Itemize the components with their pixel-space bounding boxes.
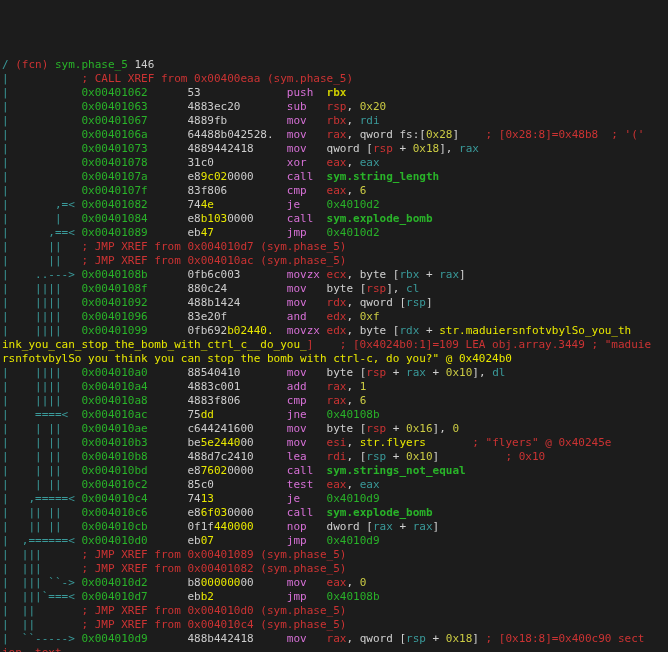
disassembly-view: { "chart_data": null, "lines": [ {"g":"/… — [0, 0, 668, 652]
asm-row[interactable]: | 0x00401073 4889442418 mov qword [rsp +… — [2, 142, 666, 156]
asm-row[interactable]: | ,==< 0x00401089 eb47 jmp 0x4010d2 — [2, 226, 666, 240]
asm-row[interactable]: | 0x00401067 4889fb mov rbx, rdi — [2, 114, 666, 128]
asm-row[interactable]: | |||| 0x0040108f 880c24 mov byte [rsp],… — [2, 282, 666, 296]
asm-row[interactable]: | | || 0x004010b8 488d7c2410 lea rdi, [r… — [2, 450, 666, 464]
asm-row[interactable]: | || || 0x004010c6 e86f030000 call sym.e… — [2, 506, 666, 520]
asm-row[interactable]: | ||| ``-> 0x004010d2 b800000000 mov eax… — [2, 576, 666, 590]
asm-row[interactable]: | || || 0x004010cb 0f1f440000 nop dword … — [2, 520, 666, 534]
asm-row[interactable]: | 0x0040106a 64488b042528. mov rax, qwor… — [2, 128, 666, 142]
asm-row[interactable]: | |||| 0x004010a4 4883c001 add rax, 1 — [2, 380, 666, 394]
asm-row[interactable]: | ``-----> 0x004010d9 488b442418 mov rax… — [2, 632, 666, 646]
asm-row[interactable]: | 0x00401078 31c0 xor eax, eax — [2, 156, 666, 170]
asm-row[interactable]: | |||| 0x00401099 0fb692b02440. movzx ed… — [2, 324, 666, 338]
asm-row[interactable]: | | || 0x004010ae c644241600 mov byte [r… — [2, 422, 666, 436]
asm-row[interactable]: | 0x0040107f 83f806 cmp eax, 6 — [2, 184, 666, 198]
asm-row[interactable]: | |||| 0x004010a8 4883f806 cmp rax, 6 — [2, 394, 666, 408]
asm-row[interactable]: | |||| 0x004010a0 88540410 mov byte [rsp… — [2, 366, 666, 380]
asm-row[interactable]: | ,======< 0x004010d0 eb07 jmp 0x4010d9 — [2, 534, 666, 548]
asm-row[interactable]: | |||| 0x00401096 83e20f and edx, 0xf — [2, 310, 666, 324]
asm-row[interactable]: | | || 0x004010b3 be5e244000 mov esi, st… — [2, 436, 666, 450]
asm-row[interactable]: | |||`===< 0x004010d7 ebb2 jmp 0x40108b — [2, 590, 666, 604]
asm-row[interactable]: | 0x00401063 4883ec20 sub rsp, 0x20 — [2, 100, 666, 114]
asm-row[interactable]: | | || 0x004010bd e876020000 call sym.st… — [2, 464, 666, 478]
code-container[interactable]: / (fcn) sym.phase_5 146| ; CALL XREF fro… — [2, 58, 666, 652]
asm-row[interactable]: | |||| 0x00401092 488b1424 mov rdx, qwor… — [2, 296, 666, 310]
asm-row[interactable]: | 0x00401062 53 push rbx — [2, 86, 666, 100]
asm-row[interactable]: | | 0x00401084 e8b1030000 call sym.explo… — [2, 212, 666, 226]
asm-row[interactable]: | ..---> 0x0040108b 0fb6c003 movzx ecx, … — [2, 268, 666, 282]
asm-row[interactable]: | ====< 0x004010ac 75dd jne 0x40108b — [2, 408, 666, 422]
asm-row[interactable]: | 0x0040107a e89c020000 call sym.string_… — [2, 170, 666, 184]
asm-row[interactable]: | ,=====< 0x004010c4 7413 je 0x4010d9 — [2, 492, 666, 506]
asm-row[interactable]: | ,=< 0x00401082 744e je 0x4010d2 — [2, 198, 666, 212]
asm-row[interactable]: | | || 0x004010c2 85c0 test eax, eax — [2, 478, 666, 492]
